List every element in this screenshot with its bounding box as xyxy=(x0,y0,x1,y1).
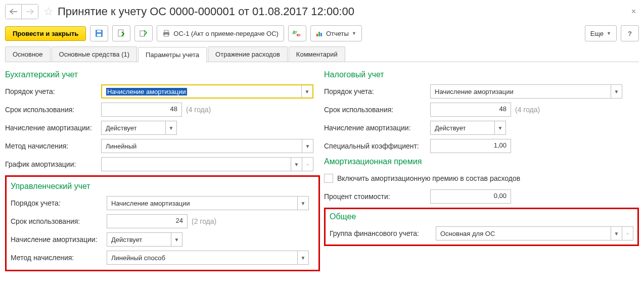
chevron-down-icon: ▼ xyxy=(352,31,356,36)
dt-kt-button[interactable]: ДтКт xyxy=(288,25,306,41)
bu-term-label: Срок использования: xyxy=(5,106,101,114)
nu-term-input[interactable]: 48 xyxy=(430,103,511,117)
favorite-star-icon[interactable]: ☆ xyxy=(43,5,54,18)
mu-amort-label: Начисление амортизации: xyxy=(11,235,107,244)
nu-section-title: Налоговый учет xyxy=(324,70,639,79)
close-button[interactable]: × xyxy=(628,7,639,16)
nu-amort-label: Начисление амортизации: xyxy=(324,124,430,132)
svg-rect-2 xyxy=(97,30,101,32)
mu-term-hint: (2 года) xyxy=(192,217,216,225)
ap-section-title: Амортизационная премия xyxy=(324,157,639,166)
chevron-down-icon[interactable]: ▼ xyxy=(302,139,313,153)
svg-rect-4 xyxy=(140,31,145,36)
chevron-down-icon[interactable]: ▼ xyxy=(291,158,302,171)
tab-main[interactable]: Основное xyxy=(5,46,51,62)
nu-account-order-label: Порядок учета: xyxy=(324,87,430,95)
bu-schedule-dropdown[interactable]: ▼ ▫ xyxy=(101,157,313,171)
mu-term-input[interactable]: 24 xyxy=(107,214,188,228)
post-button[interactable] xyxy=(112,25,130,41)
chevron-down-icon[interactable]: ▼ xyxy=(165,121,176,134)
create-based-on-button[interactable] xyxy=(134,25,153,41)
mu-account-order-label: Порядок учета: xyxy=(11,199,107,207)
ap-percent-label: Процент стоимости: xyxy=(324,192,430,201)
svg-rect-6 xyxy=(164,30,168,32)
nav-buttons xyxy=(5,4,38,19)
print-os1-label: ОС-1 (Акт о приеме-передаче ОС) xyxy=(173,30,279,37)
chevron-down-icon[interactable]: ▼ xyxy=(611,227,622,240)
common-section-title: Общее xyxy=(330,212,633,221)
back-button[interactable] xyxy=(6,5,22,19)
chevron-down-icon[interactable]: ▼ xyxy=(301,85,312,98)
bu-account-order-label: Порядок учета: xyxy=(5,87,101,95)
bu-term-input[interactable]: 48 xyxy=(101,103,182,117)
nu-coef-input[interactable]: 1,00 xyxy=(430,139,511,153)
more-dropdown[interactable]: Еще ▼ xyxy=(585,25,617,41)
reports-label: Отчеты xyxy=(326,30,349,37)
bu-account-order-dropdown[interactable]: Начисление амортизации ▼ xyxy=(101,84,313,99)
nu-account-order-dropdown[interactable]: Начисление амортизации ▼ xyxy=(430,84,622,99)
bu-amort-dropdown[interactable]: Действует ▼ xyxy=(101,121,177,135)
print-icon xyxy=(162,30,170,37)
mu-method-label: Метод начисления: xyxy=(11,254,107,262)
ap-percent-input[interactable]: 0,00 xyxy=(430,189,511,204)
chart-icon xyxy=(316,30,323,37)
chevron-down-icon: ▼ xyxy=(607,31,611,36)
print-os1-button[interactable]: ОС-1 (Акт о приеме-передаче ОС) xyxy=(157,25,284,41)
bu-method-dropdown[interactable]: Линейный ▼ xyxy=(101,139,313,153)
svg-rect-1 xyxy=(97,34,101,36)
reports-dropdown[interactable]: Отчеты ▼ xyxy=(310,25,362,41)
tab-fixed-assets[interactable]: Основные средства (1) xyxy=(52,46,137,62)
svg-rect-12 xyxy=(320,33,322,36)
chevron-down-icon[interactable]: ▼ xyxy=(494,121,505,134)
bu-term-hint: (4 года) xyxy=(186,106,211,114)
ap-include-checkbox[interactable] xyxy=(324,174,333,183)
page-title: Принятие к учету ОС 0000-000001 от 01.08… xyxy=(58,5,628,18)
bu-amort-label: Начисление амортизации: xyxy=(5,124,101,132)
open-icon[interactable]: ▫ xyxy=(302,158,313,171)
chevron-down-icon[interactable]: ▼ xyxy=(297,251,308,264)
forward-button[interactable] xyxy=(22,5,38,19)
bu-schedule-label: График амортизации: xyxy=(5,160,101,168)
mu-account-order-dropdown[interactable]: Начисление амортизации ▼ xyxy=(107,196,309,210)
svg-rect-10 xyxy=(316,34,318,36)
bu-section-title: Бухгалтерский учет xyxy=(5,70,320,79)
tab-comment[interactable]: Комментарий xyxy=(289,46,345,62)
post-and-close-button[interactable]: Провести и закрыть xyxy=(5,26,86,41)
ap-include-label: Включить амортизационную премию в состав… xyxy=(337,174,520,182)
mu-term-label: Срок использования: xyxy=(11,217,107,225)
tab-accounting-params[interactable]: Параметры учета xyxy=(138,47,207,62)
common-group-label: Группа финансового учета: xyxy=(330,229,436,237)
nu-term-label: Срок использования: xyxy=(324,106,430,114)
help-button[interactable]: ? xyxy=(621,25,639,41)
chevron-down-icon[interactable]: ▼ xyxy=(297,197,308,210)
chevron-down-icon[interactable]: ▼ xyxy=(171,233,182,246)
mu-section-title: Управленческий учет xyxy=(11,182,314,191)
mu-method-dropdown[interactable]: Линейный способ ▼ xyxy=(107,251,309,265)
save-button[interactable] xyxy=(90,25,108,41)
tab-expenses[interactable]: Отражение расходов xyxy=(208,46,288,62)
svg-text:Кт: Кт xyxy=(297,33,301,37)
mu-amort-dropdown[interactable]: Действует ▼ xyxy=(107,232,182,247)
common-group-dropdown[interactable]: Основная для ОС ▼ ▫ xyxy=(436,226,633,240)
nu-term-hint: (4 года) xyxy=(515,106,540,114)
svg-rect-11 xyxy=(318,32,320,36)
chevron-down-icon[interactable]: ▼ xyxy=(611,85,622,98)
bu-method-label: Метод начисления: xyxy=(5,142,101,150)
nu-amort-dropdown[interactable]: Действует ▼ xyxy=(430,121,506,135)
svg-rect-7 xyxy=(164,34,168,36)
nu-coef-label: Специальный коэффициент: xyxy=(324,142,430,150)
open-icon[interactable]: ▫ xyxy=(622,227,633,240)
